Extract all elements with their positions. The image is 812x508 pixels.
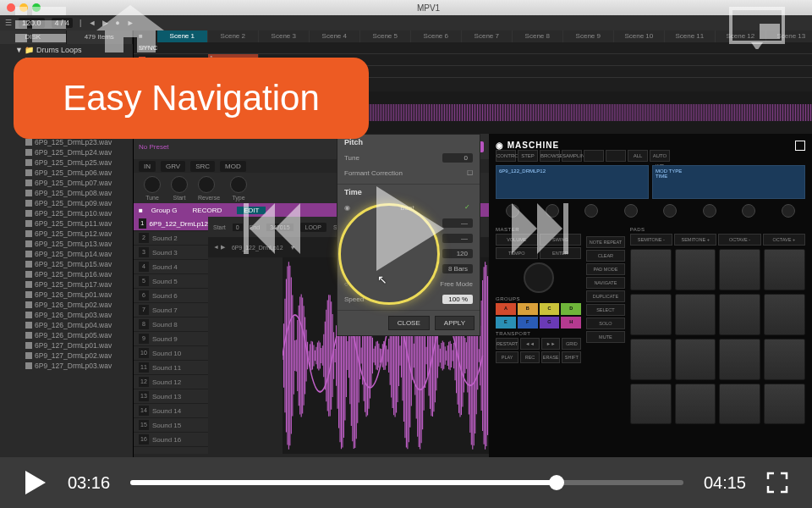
rewind-button[interactable] xyxy=(237,190,313,267)
fullscreen-button[interactable] xyxy=(766,472,788,494)
hw-group-btn[interactable]: E xyxy=(496,317,516,329)
hw-top-btn[interactable]: AUTO WR xyxy=(650,150,670,162)
hw-top-btn[interactable]: ALL xyxy=(628,150,648,162)
speed-value[interactable]: 100 % xyxy=(442,295,473,304)
pip-icon[interactable] xyxy=(727,5,787,49)
file-row[interactable]: 6P9_127_DrmLp03.wav xyxy=(0,361,133,371)
sound-row[interactable]: 15Sound 15 xyxy=(134,418,208,433)
file-row[interactable]: 6P9_125_DrmLp16.wav xyxy=(0,269,133,279)
sound-row[interactable]: 9Sound 9 xyxy=(134,332,208,346)
formant-checkbox[interactable]: ☐ xyxy=(467,169,473,177)
progress-bar[interactable] xyxy=(130,480,683,485)
hw-pad[interactable] xyxy=(764,339,805,380)
hw-pad[interactable] xyxy=(764,294,805,335)
hw-top-btn[interactable]: SAMPLING xyxy=(562,150,582,162)
hw-pad[interactable] xyxy=(764,384,805,425)
hw-pad[interactable] xyxy=(719,384,760,425)
tab-src[interactable]: SRC xyxy=(190,161,215,172)
tab-grv[interactable]: GRV xyxy=(161,161,185,172)
play-large-button[interactable] xyxy=(347,169,465,288)
sound-row[interactable]: 11Sound 11 xyxy=(134,361,208,375)
file-row[interactable]: 6P9_125_DrmLp09.wav xyxy=(0,198,133,208)
hw-knob[interactable] xyxy=(624,204,638,218)
hw-mid-btn[interactable]: DUPLICATE xyxy=(586,290,625,302)
hw-top-btn[interactable]: CONTROL xyxy=(496,150,516,162)
file-row[interactable]: 6P9_125_DrmLp13.wav xyxy=(0,239,133,249)
file-row[interactable]: 6P9_126_DrmLp02.wav xyxy=(0,300,133,310)
sound-row[interactable]: 2Sound 2 xyxy=(134,231,208,246)
record-tab[interactable]: RECORD xyxy=(186,207,229,214)
file-row[interactable]: 6P9_125_DrmLp06.wav xyxy=(0,168,133,178)
tab-in[interactable]: IN xyxy=(139,161,156,172)
hw-knob[interactable] xyxy=(703,204,716,218)
hw-mid-btn[interactable]: NOTE REPEAT xyxy=(586,236,625,248)
hw-knob[interactable] xyxy=(584,204,598,218)
hw-mid-btn[interactable]: SOLO xyxy=(586,318,625,329)
file-row[interactable]: 6P9_125_DrmLp12.wav xyxy=(0,229,133,239)
hw-mid-btn[interactable]: CLEAR xyxy=(586,250,625,262)
file-row[interactable]: 6P9_125_DrmLp24.wav xyxy=(0,147,133,157)
hw-mid-btn[interactable]: MUTE xyxy=(586,331,625,343)
file-row[interactable]: 6P9_127_DrmLp01.wav xyxy=(0,340,133,351)
hw-pad[interactable] xyxy=(719,339,760,380)
hw-group-btn[interactable]: F xyxy=(518,317,538,329)
hw-top-btn[interactable] xyxy=(606,150,626,162)
hw-top-btn[interactable]: STEP xyxy=(518,150,538,162)
hw-group-btn[interactable]: B xyxy=(518,303,538,315)
hw-pad[interactable] xyxy=(675,249,716,290)
hw-knob[interactable] xyxy=(663,204,677,218)
hw-pad[interactable] xyxy=(764,249,805,290)
file-row[interactable]: 6P9_125_DrmLp17.wav xyxy=(0,279,133,290)
file-row[interactable]: 6P9_125_DrmLp10.wav xyxy=(0,208,133,218)
tune-value[interactable]: 0 xyxy=(442,153,473,163)
file-row[interactable]: 6P9_125_DrmLp07.wav xyxy=(0,178,133,188)
hw-transport-btn[interactable]: GRID xyxy=(562,338,581,350)
sound-row[interactable]: 16P9_122_DrmLp12 xyxy=(134,217,208,231)
hw-transport-btn[interactable]: ◄◄ xyxy=(520,338,540,350)
tab-mod[interactable]: MOD xyxy=(220,161,246,172)
hw-group-btn[interactable]: G xyxy=(540,317,560,329)
hw-group-btn[interactable]: H xyxy=(561,317,581,329)
file-row[interactable]: 6P9_125_DrmLp11.wav xyxy=(0,218,133,229)
hw-group-btn[interactable]: D xyxy=(561,303,581,315)
sound-row[interactable]: 4Sound 4 xyxy=(134,260,208,274)
hw-top-btn[interactable] xyxy=(584,150,604,162)
hw-transport-btn[interactable]: ►► xyxy=(541,338,561,350)
sound-row[interactable]: 12Sound 12 xyxy=(134,375,208,389)
hw-mid-btn[interactable]: SELECT xyxy=(586,304,625,316)
close-button[interactable]: CLOSE xyxy=(388,316,430,330)
preset-label[interactable]: No Preset xyxy=(139,143,169,151)
hw-knob[interactable] xyxy=(782,204,795,218)
file-row[interactable]: 6P9_126_DrmLp04.wav xyxy=(0,320,133,330)
hw-group-btn[interactable]: A xyxy=(496,303,516,315)
hw-pad[interactable] xyxy=(630,339,672,380)
file-row[interactable]: 6P9_125_DrmLp14.wav xyxy=(0,249,133,259)
knob-start[interactable]: Start xyxy=(171,176,188,201)
apply-button[interactable]: APPLY xyxy=(435,316,475,330)
jog-wheel[interactable] xyxy=(524,262,554,293)
file-row[interactable]: 6P9_125_DrmLp08.wav xyxy=(0,188,133,198)
hw-top-btn[interactable]: BROWSE xyxy=(540,150,560,162)
sound-row[interactable]: 16Sound 16 xyxy=(134,433,208,447)
play-button[interactable] xyxy=(24,469,47,496)
nav-home-icon[interactable] xyxy=(88,2,173,58)
hw-pad[interactable] xyxy=(719,249,760,290)
sound-row[interactable]: 14Sound 14 xyxy=(134,404,208,418)
file-row[interactable]: 6P9_126_DrmLp01.wav xyxy=(0,290,133,300)
hw-transport-btn[interactable]: REC xyxy=(520,351,540,363)
sound-row[interactable]: 7Sound 7 xyxy=(134,303,208,318)
sound-row[interactable]: 5Sound 5 xyxy=(134,274,208,289)
nav-list-icon[interactable] xyxy=(7,2,74,49)
hw-mid-btn[interactable]: NAVIGATE xyxy=(586,277,625,289)
file-row[interactable]: 6P9_126_DrmLp03.wav xyxy=(0,310,133,320)
sound-row[interactable]: 3Sound 3 xyxy=(134,246,208,260)
file-row[interactable]: 6P9_125_DrmLp25.wav xyxy=(0,157,133,168)
forward-button[interactable] xyxy=(499,190,575,267)
hw-group-btn[interactable]: C xyxy=(540,303,560,315)
progress-thumb[interactable] xyxy=(549,475,564,490)
hw-mid-btn[interactable]: PAD MODE xyxy=(586,263,625,275)
knob-tune[interactable]: Tune xyxy=(144,176,161,201)
file-row[interactable]: 6P9_127_DrmLp02.wav xyxy=(0,351,133,361)
hw-pad[interactable] xyxy=(675,339,716,380)
hw-pad[interactable] xyxy=(675,384,716,425)
